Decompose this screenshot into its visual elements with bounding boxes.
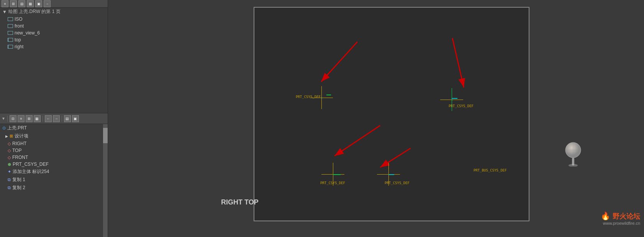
tree-item-prt-csys-def[interactable]: ⊕ PRT_CSYS_DEF — [0, 161, 108, 168]
design-icon: ⊞ — [10, 134, 13, 139]
toolbar-btn-grid1[interactable]: ≡ — [2, 0, 8, 7]
csys-2-dot — [452, 100, 452, 100]
tree-item-copy2[interactable]: ⧉ 复制 2 — [0, 184, 108, 192]
view-icon-right — [8, 45, 13, 49]
svg-line-1 — [321, 42, 357, 82]
csys-label-5: PRT_BUS_CSYS_DEF — [474, 168, 507, 172]
tree-label-new-view-6: new_view_6 — [15, 30, 40, 36]
tree-label-prt-csys-def: PRT_CSYS_DEF — [13, 162, 49, 167]
sep2 — [43, 116, 43, 122]
tree-label-right: right — [15, 44, 23, 49]
main-area: ≡ ⊞ ▤ ▦ ▣ → ▼ 绘图 上壳.DRW 的第 1 页 ISO front — [0, 0, 644, 237]
plane-icon-right: ◇ — [8, 141, 11, 146]
right-top-label: RIGHT TOP — [221, 198, 259, 206]
tree-label-top: top — [15, 37, 21, 42]
tree-label-iso: ISO — [15, 16, 23, 22]
tree-label-shangke-prt: 上壳.PRT — [7, 125, 27, 131]
watermark-logo: 🔥 野火论坛 — [601, 211, 640, 221]
watermark: 🔥 野火论坛 www.proewildfire.cn — [601, 211, 640, 226]
canvas-area[interactable]: PRT_CSYS_DEF PRT_CSYS_DEF PRT_CSYS_DEF — [108, 0, 644, 237]
mid-btn-list[interactable]: ≡ — [18, 115, 25, 122]
toolbar-btn-arrow[interactable]: → — [44, 0, 51, 7]
arrows-svg — [254, 8, 529, 221]
prt-icon: ⊙ — [2, 126, 6, 131]
toolbar-btn-detail[interactable]: ▣ — [35, 0, 42, 7]
tree-label-top-plane: TOP — [12, 148, 21, 153]
tree-item-top-plane[interactable]: ◇ TOP — [0, 147, 108, 154]
feature-icon-copy1: ⧉ — [8, 177, 11, 182]
upper-toolbar: ≡ ⊞ ▤ ▦ ▣ → — [0, 0, 108, 8]
svg-line-4 — [380, 148, 410, 167]
svg-point-9 — [569, 164, 578, 167]
view-icon-new-view-6 — [8, 31, 13, 35]
sep3 — [62, 116, 62, 122]
view-icon-iso — [8, 17, 13, 21]
tree-label-copy1: 复制 1 — [12, 177, 25, 183]
csys-3 — [325, 167, 341, 182]
tree-item-shangke-prt[interactable]: ⊙ 上壳.PRT — [0, 124, 108, 132]
section-expand-icon: ▼ — [2, 9, 7, 15]
upper-tree: ≡ ⊞ ▤ ▦ ▣ → ▼ 绘图 上壳.DRW 的第 1 页 ISO front — [0, 0, 108, 113]
section-title: 绘图 上壳.DRW 的第 1 页 — [8, 8, 61, 15]
mid-btn-arrow-right[interactable]: → — [53, 115, 60, 122]
toolbar-btn-grid2[interactable]: ⊞ — [10, 0, 17, 7]
svg-line-3 — [334, 126, 380, 156]
svg-line-2 — [452, 38, 464, 87]
toolbar-btn-layers[interactable]: ▤ — [18, 0, 25, 7]
watermark-site-name: 野火论坛 — [613, 212, 640, 220]
tree-item-right[interactable]: right — [0, 43, 108, 50]
mid-btn-filter[interactable]: ⊟ — [10, 115, 16, 122]
expand-icon: ▶ — [5, 134, 8, 138]
mid-btn-layers[interactable]: ▤ — [64, 115, 71, 122]
mid-btn-arrow-left[interactable]: ← — [45, 115, 52, 122]
mid-btn-table[interactable]: ▦ — [34, 115, 41, 122]
tree-label-right-plane: RIGHT — [12, 141, 26, 146]
scrollbar-vertical[interactable] — [103, 124, 108, 237]
sep1 — [7, 116, 8, 122]
csys-label-2: PRT_CSYS_DEF — [449, 104, 474, 108]
tree-label-front-plane: FRONT — [12, 155, 28, 160]
left-panel: ≡ ⊞ ▤ ▦ ▣ → ▼ 绘图 上壳.DRW 的第 1 页 ISO front — [0, 0, 108, 237]
tree-label-design: 设计项 — [15, 133, 28, 139]
toolbar-btn-table[interactable]: ▦ — [27, 0, 34, 7]
tree-item-design[interactable]: ▶ ⊞ 设计项 — [0, 132, 108, 140]
tree-item-add-body[interactable]: ✦ 添加主体 标识254 — [0, 168, 108, 176]
view-icon-top — [8, 38, 13, 42]
plane-icon-front: ◇ — [8, 155, 11, 160]
mid-toolbar-arrow: ▼ — [2, 116, 5, 121]
tree-section-label[interactable]: ▼ 绘图 上壳.DRW 的第 1 页 — [0, 8, 108, 16]
mid-btn-detail[interactable]: ▣ — [72, 115, 79, 122]
feature-icon-add: ✦ — [8, 169, 11, 174]
mid-btn-numbered[interactable]: ⊞ — [26, 115, 33, 122]
tree-item-top[interactable]: top — [0, 36, 108, 43]
tree-label-front: front — [15, 23, 24, 29]
tree-label-copy2: 复制 2 — [12, 185, 25, 191]
tree-item-front[interactable]: front — [0, 23, 108, 29]
tree-item-front-plane[interactable]: ◇ FRONT — [0, 154, 108, 161]
csys-icon: ⊕ — [8, 162, 11, 167]
csys-label-1: PRT_CSYS_DEF — [296, 95, 321, 99]
csys-label-4: PRT_CSYS_DEF — [385, 181, 410, 185]
orientation-ball — [564, 142, 583, 165]
csys-4 — [381, 167, 396, 182]
tree-item-copy1[interactable]: ⧉ 复制 1 — [0, 176, 108, 184]
tree-item-new-view-6[interactable]: new_view_6 — [0, 29, 108, 36]
csys-1-dot — [321, 98, 322, 98]
scrollbar-thumb[interactable] — [103, 128, 108, 143]
lower-tree: ⊙ 上壳.PRT ▶ ⊞ 设计项 ◇ RIGHT ◇ TOP ◇ FRONT ⊕ — [0, 124, 108, 237]
mid-toolbar: ▼ ⊟ ≡ ⊞ ▦ ← → ▤ ▣ — [0, 113, 108, 124]
csys-label-3: PRT_CSYS_DEF — [320, 181, 345, 185]
tree-item-iso[interactable]: ISO — [0, 16, 108, 23]
tree-label-add-body: 添加主体 标识254 — [13, 168, 49, 175]
tree-item-right-plane[interactable]: ◇ RIGHT — [0, 140, 108, 147]
drawing-viewport: PRT_CSYS_DEF PRT_CSYS_DEF PRT_CSYS_DEF — [254, 7, 529, 221]
plane-icon-top: ◇ — [8, 148, 11, 153]
view-icon-front — [8, 24, 13, 28]
watermark-url: www.proewildfire.cn — [601, 221, 640, 226]
feature-icon-copy2: ⧉ — [8, 185, 11, 190]
